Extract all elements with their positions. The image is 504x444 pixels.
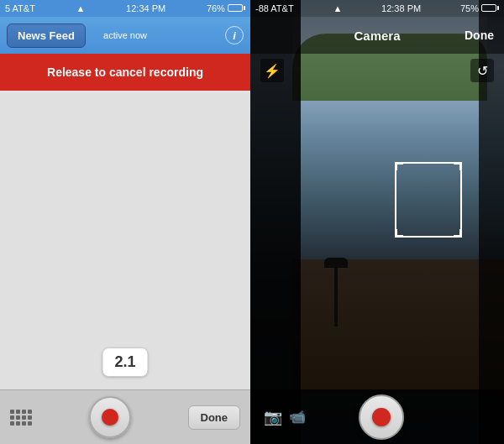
grid-icon[interactable]	[10, 410, 32, 426]
carrier-left: 5 AT&T	[5, 3, 35, 13]
nav-bar-right: Camera Done	[250, 17, 504, 54]
main-content-left	[0, 91, 250, 389]
status-bar-right: -88 AT&T ▲ 12:38 PM 75%	[250, 0, 504, 17]
focus-box	[395, 162, 462, 238]
focus-corner-tl	[395, 162, 403, 170]
desk-area	[292, 259, 504, 394]
video-camera-icon[interactable]: 📹	[289, 409, 306, 425]
wifi-icon-right: ▲	[333, 3, 342, 13]
carrier-right: -88 AT&T	[255, 3, 294, 13]
cancel-recording-bar: Release to cancel recording	[0, 54, 250, 91]
focus-corner-br	[454, 229, 462, 238]
battery-icon-left	[228, 4, 245, 12]
timer-display: 2.1	[102, 347, 148, 377]
flash-icon[interactable]: ⚡	[260, 59, 284, 82]
done-button-right[interactable]: Done	[465, 29, 494, 42]
still-camera-icon[interactable]: 📷	[264, 408, 282, 426]
record-indicator-right	[372, 408, 391, 426]
bottom-bar-left: Done	[0, 389, 250, 444]
bottom-bar-right: 📷 📹	[250, 389, 504, 444]
time-right: 12:38 PM	[381, 3, 421, 13]
camera-switch-icons: 📷 📹	[264, 408, 306, 426]
nav-bar-left: News Feed active now i	[0, 17, 250, 54]
left-phone-panel: 5 AT&T ▲ 12:34 PM 76% News Feed active n…	[0, 0, 250, 444]
camera-title: Camera	[354, 29, 400, 43]
focus-corner-tr	[454, 162, 462, 170]
lamp-silhouette	[334, 259, 338, 326]
flip-camera-icon[interactable]: ↺	[470, 59, 494, 82]
battery-area-right: 75%	[460, 3, 499, 13]
battery-icon-right	[481, 4, 499, 12]
status-bar-left: 5 AT&T ▲ 12:34 PM 76%	[0, 0, 250, 17]
info-button[interactable]: i	[225, 26, 244, 44]
cancel-recording-text: Release to cancel recording	[47, 65, 203, 79]
time-left: 12:34 PM	[126, 3, 165, 13]
lamp-head-silhouette	[324, 258, 348, 268]
camera-view	[250, 0, 504, 444]
wifi-icon-left: ▲	[76, 3, 86, 13]
battery-area-left: 76%	[207, 3, 245, 13]
record-button-left[interactable]	[89, 396, 131, 438]
active-now-label: active now	[103, 30, 147, 40]
record-indicator-left	[102, 409, 118, 426]
camera-background	[250, 0, 504, 444]
battery-level-right: 75%	[460, 3, 479, 13]
news-feed-button[interactable]: News Feed	[7, 24, 86, 48]
record-button-right[interactable]	[359, 394, 404, 440]
focus-corner-bl	[395, 229, 403, 238]
battery-level-left: 76%	[207, 3, 225, 13]
done-button-left[interactable]: Done	[188, 405, 241, 430]
right-phone-panel: -88 AT&T ▲ 12:38 PM 75% Camera Done ⚡ ↺ …	[250, 0, 504, 444]
